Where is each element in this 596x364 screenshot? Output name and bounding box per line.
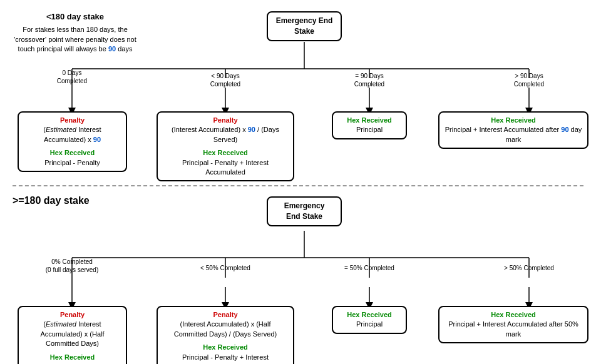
hex-label-top-2: Hex Received	[203, 149, 248, 156]
branch-label-top-4: > 90 DaysCompleted	[495, 72, 563, 88]
bottom-tree: >=180 day stake	[6, 190, 590, 364]
diagram-container: <180 day stake For stakes less than 180 …	[0, 0, 596, 364]
hex-label-top-4: Hex Received	[444, 116, 582, 125]
penalty-label-bottom-2: Penalty	[163, 310, 288, 320]
info-title: <180 day stake	[13, 11, 138, 23]
bottom-section: >=180 day stake	[6, 190, 590, 364]
top-section: <180 day stake For stakes less than 180 …	[6, 6, 590, 181]
hex-label-top-1: Hex Received	[50, 149, 95, 156]
leaf-node-top-3: Hex Received Principal	[332, 111, 407, 139]
penalty-detail-bottom-1: (Estimated Interest Accumulated) x (Half…	[24, 320, 121, 348]
blue-90-3: 90	[520, 73, 527, 79]
root-label-top: Emergency End Stake	[276, 16, 333, 36]
section-divider	[13, 185, 583, 186]
hex-label-bottom-2: Hex Received	[203, 343, 248, 351]
hex-detail-bottom-4: Principal + Interest Accumulated after 5…	[444, 320, 582, 339]
leaf-node-bottom-2: Penalty (Interest Accumulated) x (Half C…	[157, 306, 294, 364]
hex-detail-top-4: Principal + Interest Accumulated after 9…	[444, 125, 582, 144]
leaf-node-bottom-1: Penalty (Estimated Interest Accumulated)…	[18, 306, 127, 364]
branch-label-bottom-4: > 50% Completed	[491, 264, 567, 272]
root-node-top: Emergency End Stake	[267, 11, 342, 41]
penalty-label-top-1: Penalty	[24, 116, 121, 125]
branch-label-top-1: 0 DaysCompleted	[41, 69, 103, 85]
root-node-bottom: EmergencyEnd Stake	[267, 196, 342, 226]
hex-label-bottom-3: Hex Received	[338, 310, 401, 320]
leaf-node-top-1: Penalty (Estimated Interest Accumulated)…	[18, 111, 127, 172]
hex-detail-top-1: Principal - Penalty	[24, 158, 121, 168]
hex-label-bottom-1: Hex Received	[50, 353, 95, 361]
branch-label-top-3: = 90 DaysCompleted	[335, 72, 404, 88]
leaf-node-top-4: Hex Received Principal + Interest Accumu…	[438, 111, 588, 149]
penalty-detail-bottom-2: (Interest Accumulated) x (Half Committed…	[163, 320, 288, 339]
leaf-node-bottom-4: Hex Received Principal + Interest Accumu…	[438, 306, 588, 343]
hex-detail-top-3: Principal	[338, 125, 401, 134]
hex-detail-bottom-2: Principal - Penalty + Interest Accumulat…	[163, 353, 288, 364]
penalty-label-bottom-1: Penalty	[24, 310, 121, 320]
info-desc: For stakes less than 180 days, the 'cros…	[13, 25, 138, 54]
leaf-node-top-2: Penalty (Interest Accumulated) x 90 / (D…	[157, 111, 294, 181]
top-tree: <180 day stake For stakes less than 180 …	[6, 6, 590, 181]
hex-detail-bottom-3: Principal	[338, 320, 401, 329]
blue-90-1: 90	[217, 73, 224, 79]
branch-label-top-2: < 90 DaysCompleted	[188, 72, 263, 88]
penalty-label-top-2: Penalty	[163, 116, 288, 125]
info-box-top: <180 day stake For stakes less than 180 …	[13, 11, 138, 54]
highlight-90-top: 90	[108, 45, 116, 53]
penalty-detail-top-1: (Estimated Interest Accumulated) x 90	[24, 125, 121, 144]
hex-label-bottom-4: Hex Received	[444, 310, 582, 320]
hex-label-top-3: Hex Received	[338, 116, 401, 125]
penalty-detail-top-2: (Interest Accumulated) x 90 / (Days Serv…	[163, 125, 288, 144]
branch-label-bottom-1: 0% Completed(0 full days served)	[31, 258, 113, 274]
branch-label-bottom-2: < 50% Completed	[185, 264, 266, 272]
leaf-node-bottom-3: Hex Received Principal	[332, 306, 407, 334]
blue-90-2: 90	[361, 73, 367, 79]
branch-label-bottom-3: = 50% Completed	[332, 264, 407, 272]
hex-detail-top-2: Principal - Penalty + Interest Accumulat…	[163, 158, 288, 178]
bottom-section-label: >=180 day stake	[13, 195, 90, 206]
